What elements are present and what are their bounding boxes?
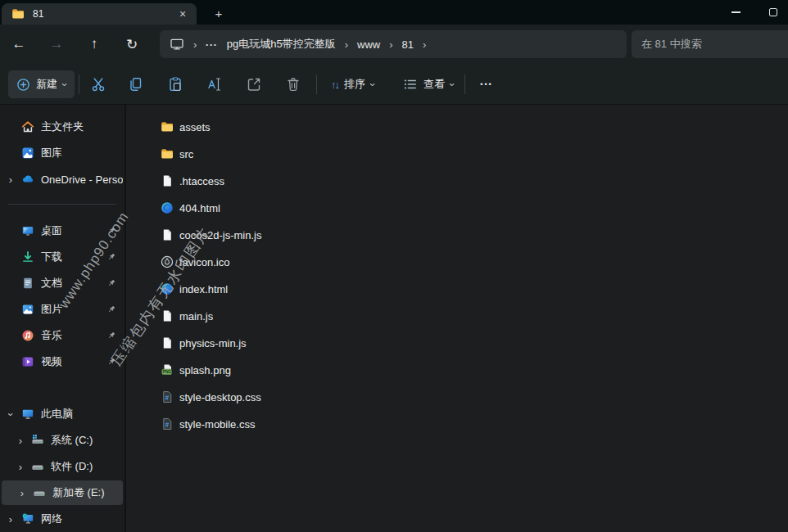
back-button[interactable]: ← — [5, 30, 33, 58]
file-name: style-desktop.css — [179, 391, 261, 404]
sidebar-item-music[interactable]: 音乐 — [0, 324, 123, 347]
file-row[interactable]: index.html — [161, 278, 228, 300]
file-name: favicon.ico — [179, 256, 229, 268]
file-explorer-window: 81 × + ← → ↑ ↻ › ••• pg电玩城h5带控完整版 › www … — [0, 0, 788, 532]
sidebar-item-pictures[interactable]: 图片 — [0, 298, 123, 321]
minimize-button[interactable] — [718, 0, 754, 25]
navigation-bar: ← → ↑ ↻ › ••• pg电玩城h5带控完整版 › www › 81 › … — [0, 25, 788, 64]
chevron-down-icon[interactable]: › — [5, 404, 17, 425]
breadcrumb-item-81[interactable]: 81 — [402, 38, 414, 51]
file-row[interactable]: assets — [161, 116, 211, 138]
file-list: assets src .htaccess — [126, 105, 788, 532]
chevron-right-icon[interactable]: › — [0, 513, 21, 525]
sidebar-label: 图片 — [41, 302, 62, 317]
breadcrumb-item-www[interactable]: www — [357, 38, 380, 51]
file-row[interactable]: src — [161, 143, 193, 165]
new-tab-button[interactable]: + — [209, 4, 229, 22]
view-button[interactable]: 查看 › — [396, 70, 460, 98]
sidebar-divider — [8, 204, 116, 205]
sidebar-label: 文档 — [41, 276, 62, 291]
more-options-button[interactable]: ••• — [475, 75, 498, 93]
chevron-right-icon[interactable]: › — [10, 461, 31, 473]
document-icon — [161, 336, 174, 349]
sidebar-label: 音乐 — [41, 328, 62, 343]
share-icon — [246, 76, 262, 92]
file-row[interactable]: PNG splash.png — [161, 359, 231, 381]
refresh-button[interactable]: ↻ — [118, 30, 146, 58]
this-pc-icon — [170, 38, 184, 51]
png-image-icon: PNG — [161, 363, 174, 376]
file-row[interactable]: favicon.ico — [161, 251, 229, 273]
system-drive-icon — [31, 434, 44, 447]
file-name: .htaccess — [179, 175, 224, 187]
file-row[interactable]: 404.html — [161, 197, 220, 219]
desktop-icon — [21, 224, 34, 237]
sidebar-item-network[interactable]: › 网络 — [0, 507, 123, 530]
chevron-right-icon[interactable]: › — [10, 435, 31, 447]
file-row[interactable]: physics-min.js — [161, 332, 247, 354]
explorer-tab[interactable]: 81 × — [2, 3, 197, 25]
css-file-icon: # — [161, 390, 174, 404]
sidebar-label: 视频 — [41, 354, 62, 369]
breadcrumb[interactable]: › ••• pg电玩城h5带控完整版 › www › 81 › — [160, 30, 627, 58]
document-icon — [161, 309, 174, 322]
new-button[interactable]: 新建 › — [8, 70, 75, 98]
cut-button[interactable] — [89, 75, 107, 93]
copy-button[interactable] — [127, 75, 145, 93]
paste-button[interactable] — [166, 75, 184, 93]
paste-icon — [167, 76, 183, 92]
breadcrumb-chevron[interactable]: › — [423, 39, 426, 50]
sidebar-label: 主文件夹 — [41, 119, 84, 134]
file-row[interactable]: cocos2d-js-min.js — [161, 224, 261, 246]
chevron-right-icon[interactable]: › — [11, 487, 33, 499]
css-file-icon: # — [161, 417, 174, 431]
sidebar-item-videos[interactable]: 视频 — [0, 350, 123, 373]
search-box[interactable]: 在 81 中搜索 — [632, 30, 788, 58]
documents-icon — [21, 277, 34, 290]
sidebar-item-this-pc[interactable]: › 此电脑 — [0, 403, 123, 426]
file-row[interactable]: # style-mobile.css — [161, 413, 255, 435]
sidebar-item-documents[interactable]: 文档 — [0, 272, 123, 295]
copy-icon — [128, 76, 144, 92]
sidebar-label: 下载 — [41, 250, 62, 264]
drive-icon — [31, 460, 44, 473]
folder-icon — [161, 120, 174, 133]
home-icon — [21, 120, 34, 133]
sidebar-item-drive-e-selected[interactable]: › 新加卷 (E:) — [2, 480, 123, 505]
file-row[interactable]: main.js — [161, 305, 213, 327]
document-icon — [161, 174, 174, 187]
view-list-icon — [403, 77, 418, 92]
svg-text:PNG: PNG — [163, 370, 172, 374]
chevron-right-icon[interactable]: › — [0, 174, 21, 186]
sidebar-item-desktop[interactable]: 桌面 — [0, 219, 123, 242]
document-icon — [161, 228, 174, 241]
sidebar-item-drive-c[interactable]: › 系统 (C:) — [0, 429, 123, 452]
sort-arrows-icon: ↑↓ — [331, 79, 338, 91]
sort-button[interactable]: ↑↓ 排序 › — [324, 70, 381, 98]
share-button[interactable] — [245, 75, 263, 93]
file-row[interactable]: # style-desktop.css — [161, 386, 261, 408]
sidebar-label: 系统 (C:) — [51, 433, 93, 448]
sidebar-item-gallery[interactable]: 图库 — [0, 142, 123, 165]
tab-close-button[interactable]: × — [175, 7, 190, 21]
forward-button[interactable]: → — [43, 30, 70, 58]
breadcrumb-item-folder[interactable]: pg电玩城h5带控完整版 — [227, 37, 336, 52]
maximize-button[interactable] — [755, 0, 788, 25]
sidebar-label: 图库 — [41, 146, 62, 160]
delete-button[interactable] — [284, 75, 302, 93]
sidebar-item-downloads[interactable]: 下载 — [0, 246, 123, 268]
breadcrumb-chevron[interactable]: › — [345, 39, 348, 50]
sidebar-item-onedrive[interactable]: › OneDrive - Perso — [0, 168, 123, 191]
breadcrumb-chevron[interactable]: › — [389, 39, 392, 50]
edge-html-icon — [161, 201, 174, 214]
sidebar-item-drive-d[interactable]: › 软件 (D:) — [0, 455, 123, 478]
up-button[interactable]: ↑ — [80, 30, 108, 58]
sidebar-item-home[interactable]: 主文件夹 — [0, 115, 123, 138]
breadcrumb-ellipsis-button[interactable]: ••• — [206, 41, 217, 48]
edge-html-icon — [161, 282, 174, 295]
file-row[interactable]: .htaccess — [161, 170, 224, 192]
file-name: main.js — [179, 310, 213, 322]
rename-button[interactable] — [206, 75, 224, 93]
pin-icon — [106, 331, 116, 340]
file-name: index.html — [179, 283, 228, 295]
